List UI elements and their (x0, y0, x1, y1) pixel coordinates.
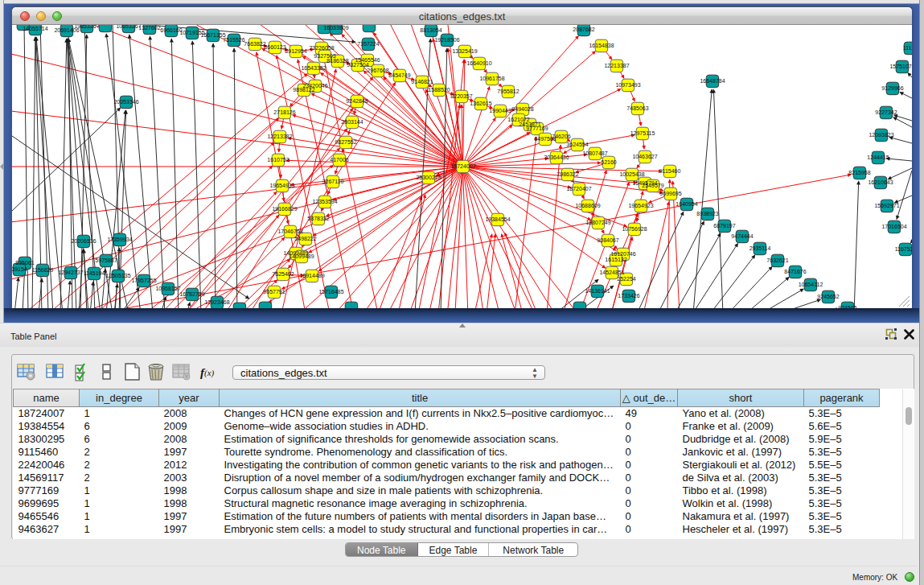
svg-text:17359934: 17359934 (107, 237, 132, 242)
svg-text:7955812: 7955812 (497, 89, 519, 94)
svg-text:1615132: 1615132 (605, 257, 626, 262)
svg-text:1640954: 1640954 (676, 201, 697, 207)
svg-text:6879197: 6879197 (713, 223, 735, 229)
svg-text:12923468: 12923468 (204, 299, 229, 305)
svg-text:2935114: 2935114 (749, 245, 771, 251)
svg-text:2087682: 2087682 (573, 27, 594, 32)
svg-text:9245652: 9245652 (817, 294, 839, 299)
svg-text:15692971: 15692971 (874, 203, 899, 208)
svg-text:11123: 11123 (903, 45, 912, 51)
svg-text:8186328: 8186328 (326, 58, 348, 64)
svg-text:16782759: 16782759 (179, 291, 204, 297)
svg-text:835061: 835061 (15, 260, 34, 266)
svg-text:2718126: 2718126 (273, 109, 295, 115)
svg-text:7625402: 7625402 (272, 271, 294, 277)
svg-text:16671355: 16671355 (200, 32, 225, 38)
svg-text:8471676: 8471676 (784, 269, 806, 274)
svg-text:18807249: 18807249 (585, 220, 610, 225)
svg-text:19384554: 19384554 (485, 216, 510, 222)
svg-text:17046768: 17046768 (277, 229, 302, 234)
svg-text:7485063: 7485063 (626, 105, 648, 111)
svg-text:17957255: 17957255 (131, 278, 156, 283)
svg-text:15465546: 15465546 (355, 57, 380, 63)
svg-text:1156829: 1156829 (32, 267, 54, 273)
svg-text:9084067: 9084067 (597, 237, 618, 243)
svg-text:19654933: 19654933 (269, 183, 294, 188)
svg-text:16640910: 16640910 (466, 60, 491, 66)
svg-text:1733426: 1733426 (618, 293, 639, 299)
svg-text:12213382: 12213382 (267, 134, 292, 139)
svg-text:23226058: 23226058 (309, 45, 334, 51)
svg-text:252254: 252254 (617, 276, 635, 282)
svg-text:10807487: 10807487 (582, 150, 607, 156)
svg-text:18720407: 18720407 (566, 186, 591, 192)
svg-text:9898122: 9898122 (293, 87, 314, 93)
svg-text:1327602: 1327602 (138, 25, 160, 31)
svg-text:5878332: 5878332 (307, 216, 329, 221)
svg-text:1145194: 1145194 (84, 270, 105, 276)
svg-text:25300275: 25300275 (416, 175, 441, 180)
svg-text:7357224: 7357224 (357, 41, 379, 47)
svg-text:20053346: 20053346 (113, 99, 138, 105)
svg-text:16914489: 16914489 (299, 273, 324, 278)
svg-text:16120746: 16120746 (610, 251, 635, 257)
svg-text:20364436: 20364436 (544, 154, 569, 160)
svg-text:15716485: 15716485 (318, 289, 343, 295)
svg-text:9699695: 9699695 (659, 191, 681, 196)
svg-text:7632621: 7632621 (766, 257, 788, 263)
svg-text:417006: 417006 (330, 157, 348, 163)
svg-text:8215958: 8215958 (848, 170, 870, 175)
svg-text:(x): (x) (204, 368, 215, 378)
svg-text:5975887: 5975887 (95, 257, 117, 263)
svg-text:746206: 746206 (552, 134, 570, 139)
svg-text:8912954: 8912954 (285, 48, 306, 54)
svg-text:9494028: 9494028 (511, 106, 533, 112)
svg-text:16648784: 16648784 (700, 78, 725, 84)
svg-text:17016504: 17016504 (881, 224, 906, 229)
svg-text:12505135: 12505135 (105, 273, 130, 278)
svg-text:8660123: 8660123 (264, 44, 285, 50)
svg-text:12093823: 12093823 (869, 132, 893, 138)
svg-text:12213387: 12213387 (604, 63, 629, 68)
svg-text:14055714: 14055714 (23, 26, 47, 31)
svg-text:10973493: 10973493 (615, 82, 640, 88)
svg-text:1167534: 1167534 (895, 246, 912, 252)
svg-text:924565: 924565 (838, 305, 856, 308)
svg-text:9227342: 9227342 (875, 109, 897, 115)
svg-text:9129966: 9129966 (881, 85, 903, 91)
svg-text:62160: 62160 (601, 159, 617, 165)
svg-text:9242848: 9242848 (346, 98, 368, 104)
svg-text:2803144: 2803144 (341, 119, 363, 125)
svg-text:16210643: 16210643 (868, 179, 893, 185)
svg-text:3267110: 3267110 (322, 179, 344, 184)
svg-text:15751074: 15751074 (889, 64, 912, 69)
svg-text:1610752: 1610752 (267, 157, 289, 163)
svg-text:16154838: 16154838 (589, 43, 614, 48)
svg-text:7663822: 7663822 (244, 41, 265, 47)
svg-text:2967608: 2967608 (367, 68, 388, 73)
svg-text:10025438: 10025438 (619, 171, 644, 177)
svg-text:10654112: 10654112 (799, 282, 823, 287)
svg-text:10958157: 10958157 (155, 286, 180, 291)
svg-text:9327504: 9327504 (347, 62, 368, 68)
svg-text:10463627: 10463627 (632, 154, 657, 159)
svg-text:10961758: 10961758 (479, 76, 504, 81)
svg-text:14099489: 14099489 (289, 253, 314, 259)
svg-text:19166829: 19166829 (272, 206, 297, 212)
svg-text:8220357: 8220357 (450, 93, 472, 99)
svg-text:12942737: 12942737 (58, 270, 83, 275)
svg-text:10756928: 10756928 (622, 226, 647, 232)
svg-text:9827552: 9827552 (335, 139, 356, 145)
svg-text:8454749: 8454749 (388, 72, 410, 78)
svg-text:20206536: 20206536 (71, 238, 96, 244)
svg-text:1588520: 1588520 (428, 87, 450, 93)
svg-text:5498222: 5498222 (294, 236, 316, 241)
svg-text:9115460: 9115460 (659, 168, 681, 174)
svg-text:7515526: 7515526 (223, 37, 244, 43)
svg-text:16033809: 16033809 (323, 25, 348, 31)
svg-text:19853267: 19853267 (74, 25, 99, 29)
svg-text:12353594: 12353594 (312, 199, 337, 204)
svg-text:7986322: 7986322 (556, 171, 578, 177)
svg-text:9146821: 9146821 (411, 79, 433, 84)
svg-text:39154: 39154 (12, 266, 27, 272)
